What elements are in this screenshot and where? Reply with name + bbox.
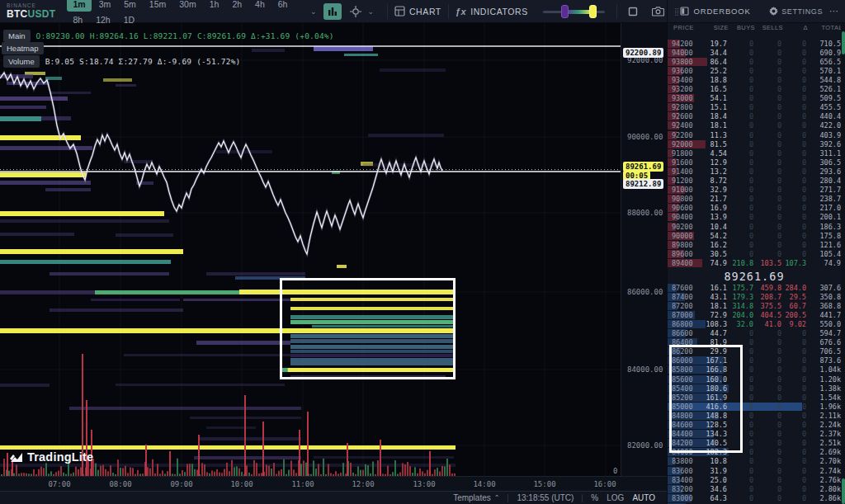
screenshot-button[interactable] [649, 3, 667, 20]
orderbook-row-83200[interactable]: 8320034.60002.80k [668, 484, 841, 493]
orderbook-settings-button[interactable]: SETTINGS [769, 7, 823, 16]
orderbook-row-89400[interactable]: 8940074.9210.8103.5107.374.9 [668, 258, 841, 267]
orderbook-row-90800[interactable]: 9080021.7000238.7 [668, 195, 841, 204]
templates-button[interactable]: Templates ⌃ [453, 493, 499, 502]
orderbook-row-93600[interactable]: 9360025.2000570.1 [668, 66, 841, 75]
tool-chevron-down-icon[interactable]: ⌄ [368, 7, 375, 16]
cell-size: 16.5 [702, 85, 727, 93]
orderbook-row-91000[interactable]: 9100032.9000271.7 [668, 186, 841, 195]
cell-price: 83200 [668, 485, 702, 493]
cell-buys: 0 [727, 177, 753, 185]
drag-handle-icon[interactable]: ⣿ [674, 7, 678, 16]
orderbook-row-92800[interactable]: 9280015.1000455.5 [668, 103, 841, 112]
cell-buys: 0 [727, 232, 753, 240]
orderbook-row-90000[interactable]: 9000054.2000175.8 [668, 231, 841, 240]
timeframe-button-1h[interactable]: 1h [204, 0, 225, 12]
timeframe-button-1m[interactable]: 1m [67, 0, 91, 12]
indicators-button[interactable]: ƒx INDICATORS [456, 7, 528, 16]
orderbook-row-92400[interactable]: 9240018.1000422.0 [668, 121, 841, 130]
price-axis[interactable]: 92000.0090000.0088000.0086000.0084000.00… [621, 23, 667, 476]
time-axis[interactable]: 07:0008:0009:0010:0011:0012:0013:0014:00… [0, 476, 667, 491]
orderbook-row-91200[interactable]: 912008.72000280.4 [668, 177, 841, 186]
cell-sells: 0 [753, 103, 781, 111]
chart-style-button[interactable] [323, 3, 342, 20]
orderbook-row-93000[interactable]: 9300054.1000509.5 [668, 94, 841, 103]
timeframe-button-6h[interactable]: 6h [272, 0, 294, 12]
orderbook-row-93400[interactable]: 9340018.8000544.8 [668, 75, 841, 84]
slider-handle-min[interactable] [561, 5, 569, 18]
orderbook-row-93200[interactable]: 9320016.5000526.1 [668, 85, 841, 94]
orderbook-more-button[interactable]: ⋯ [829, 6, 838, 16]
timeframe-button-30m[interactable]: 30m [173, 0, 201, 12]
heatmap-indicator-chip[interactable]: Heatmap [2, 42, 44, 54]
orderbook-row-91400[interactable]: 9140013.2000293.6 [668, 167, 841, 176]
timeframe-button-8h[interactable]: 8h [67, 12, 88, 27]
cell-total: 690.9 [806, 49, 841, 57]
orderbook-row-90200[interactable]: 9020010.4000186.3 [668, 222, 841, 231]
scrollbar-thumb[interactable] [842, 31, 845, 54]
timeframe-button-4h[interactable]: 4h [249, 0, 271, 12]
orderbook-row-94200[interactable]: 9420019.7000710.5 [668, 39, 841, 48]
main-series-chip[interactable]: Main [3, 30, 31, 42]
annotation-rectangle[interactable] [280, 278, 456, 379]
cell-size: 32.9 [702, 186, 727, 194]
scrollbar-thumb[interactable] [842, 478, 845, 504]
cell-price: 83000 [668, 494, 702, 502]
cell-size: 30.5 [702, 250, 727, 258]
cell-total: 422.0 [806, 121, 841, 130]
cell-total: 105.4 [806, 250, 841, 258]
timeframe-button-5m[interactable]: 5m [118, 0, 142, 12]
orderbook-row-86600[interactable]: 8660044.7000594.7 [668, 329, 841, 338]
toolbar-divider [448, 4, 449, 19]
orderbook-row-93800[interactable]: 9380086.4000656.5 [668, 57, 841, 66]
orderbook-row-91800[interactable]: 918004.54000311.1 [668, 148, 841, 158]
orderbook-row-94000[interactable]: 9400034.4000690.9 [668, 48, 841, 57]
auto-scale-toggle[interactable]: AUTO [632, 493, 655, 502]
orderbook-row-92000[interactable]: 9200081.5000392.6 [668, 139, 841, 148]
orderbook-scrollbar[interactable] [841, 23, 845, 504]
chart-layout-button[interactable]: CHART [394, 6, 441, 16]
cell-buys: 175.7 [727, 284, 753, 292]
timeframe-chevron-down-icon[interactable]: ⌄ [310, 7, 317, 16]
slider-handle-max[interactable] [589, 5, 597, 18]
orderbook-row-90400[interactable]: 9040013.9000200.1 [668, 213, 841, 222]
volume-indicator-chip[interactable]: Volume [3, 55, 40, 68]
orderbook-row-83800[interactable]: 8380010.80002.70k [668, 457, 841, 466]
cell-size: 21.7 [702, 195, 727, 203]
orderbook-row-87400[interactable]: 8740043.1179.3208.729.5350.8 [668, 292, 841, 301]
orderbook-annotation-rectangle[interactable] [669, 345, 743, 453]
timeframe-button-1D[interactable]: 1D [118, 12, 140, 27]
cell-sells: 0 [753, 195, 781, 203]
timeframe-button-12h[interactable]: 12h [90, 12, 116, 27]
heatmap-chart-canvas[interactable]: Main O:89230.00 H:89264.16 L:89221.07 C:… [0, 23, 621, 476]
heatmap-intensity-slider[interactable] [543, 3, 605, 20]
orderbook-row-92200[interactable]: 9220011.3000403.9 [668, 130, 841, 139]
exchange-label: BINANCE [7, 2, 55, 8]
orderbook-row-86800[interactable]: 86800108.332.041.09.02550.0 [668, 319, 841, 328]
orderbook-row-83000[interactable]: 8300064.30002.86k [668, 493, 841, 502]
timeframe-button-2h[interactable]: 2h [226, 0, 248, 12]
orderbook-row-92600[interactable]: 9260018.4000440.4 [668, 112, 841, 121]
orderbook-row-89600[interactable]: 8960030.5000105.4 [668, 249, 841, 258]
orderbook-row-89800[interactable]: 8980016.2000121.6 [668, 240, 841, 249]
cell-δ: 0 [781, 223, 806, 231]
orderbook-row-91600[interactable]: 9160012.9000306.5 [668, 158, 841, 167]
orderbook-row-87000[interactable]: 8700072.9204.0404.5200.5441.7 [668, 310, 841, 319]
symbol-selector[interactable]: BINANCE BTCUSDT [7, 2, 55, 20]
orderbook-row-87600[interactable]: 8760016.1175.7459.8284.0307.6 [668, 283, 841, 292]
percent-scale-toggle[interactable]: % [591, 493, 598, 502]
orderbook-title: ORDERBOOK [694, 7, 751, 16]
orderbook-row-90600[interactable]: 9060016.9000217.0 [668, 204, 841, 213]
cell-δ: 0 [781, 195, 806, 203]
cell-total: 873.6 [806, 356, 841, 365]
orderbook-row-83600[interactable]: 8360031.90002.74k [668, 466, 841, 475]
log-scale-toggle[interactable]: LOG [607, 493, 624, 502]
chevron-up-icon: ⌃ [494, 494, 500, 502]
time-label: 15:00 [533, 480, 555, 488]
crosshair-tool-button[interactable] [347, 3, 365, 20]
timeframe-button-15m[interactable]: 15m [144, 0, 172, 12]
orderbook-row-87200[interactable]: 8720018.1314.8375.560.7368.8 [668, 301, 841, 310]
orderbook-row-83400[interactable]: 8340025.00002.76k [668, 475, 841, 484]
fullscreen-button[interactable] [624, 3, 642, 20]
timeframe-button-3m[interactable]: 3m [93, 0, 117, 12]
